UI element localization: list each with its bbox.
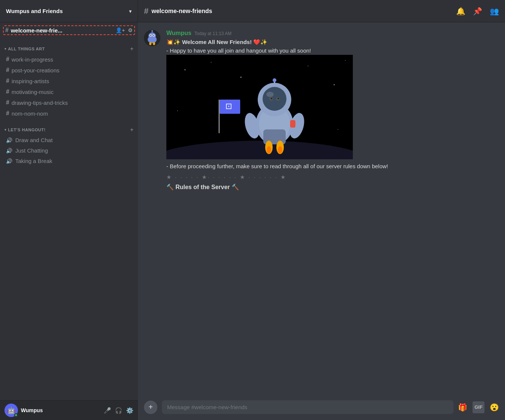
svg-point-5	[150, 35, 151, 36]
svg-point-8	[151, 30, 153, 32]
channel-item-motivating-music[interactable]: # motivating-music	[3, 87, 135, 97]
svg-point-41	[278, 146, 282, 154]
channel-hash-ia: #	[6, 78, 9, 84]
category-arrow-art: ▾	[4, 47, 7, 51]
channel-hash-wip: #	[6, 56, 9, 63]
voice-channel-taking-a-break[interactable]: 🔊 Taking a Break	[3, 156, 135, 166]
messages-area: Wumpus Today at 11:13 AM 💥✨ Welcome All …	[138, 22, 505, 396]
svg-point-15	[308, 66, 308, 66]
add-member-icon[interactable]: 👤+	[116, 27, 125, 33]
category-add-hangout[interactable]: +	[130, 126, 134, 133]
rules-of-server-line: 🔨 Rules of the Server 🔨	[166, 184, 499, 191]
category-label-hangout: ▾ LET'S HANGOUT!	[4, 128, 46, 132]
selected-channel-icons: 👤+ ⚙	[116, 27, 133, 33]
channel-hash-mm: #	[6, 88, 9, 95]
user-controls: 🎤 🎧 ⚙️	[104, 407, 134, 414]
voice-label-dac: Draw and Chat	[15, 137, 53, 143]
channel-item-nom-nom-nom[interactable]: # nom-nom-nom	[3, 108, 135, 119]
stars-decorative: ★ · · · · · ★· · · · · · ★ · · · · · · ★	[166, 174, 499, 181]
message-line1: 💥✨ Welcome All New Friends! ❤️✨	[166, 38, 499, 47]
message-time: Today at 11:13 AM	[194, 31, 231, 36]
voice-label-jc: Just Chatting	[15, 147, 48, 154]
channel-hash-dtt: #	[6, 99, 9, 106]
svg-point-14	[241, 77, 242, 78]
message-wumpus: Wumpus Today at 11:13 AM 💥✨ Welcome All …	[144, 30, 499, 191]
chevron-down-icon: ▾	[129, 8, 132, 14]
gif-button[interactable]: GIF	[473, 401, 484, 413]
server-name-dropdown[interactable]: Wumpus and Friends ▾	[0, 0, 138, 22]
sidebar: # welcome-new-frie... 👤+ ⚙ ▾ ALL THINGS …	[0, 22, 138, 420]
selected-channel-hash: #	[5, 27, 9, 34]
channel-hash-pyc: #	[6, 67, 9, 73]
status-dot	[14, 413, 18, 417]
svg-text:⊡: ⊡	[225, 101, 232, 111]
svg-point-39	[267, 146, 271, 154]
svg-point-34	[273, 78, 276, 82]
selected-channel-box[interactable]: # welcome-new-frie... 👤+ ⚙	[3, 25, 135, 35]
pin-icon[interactable]: 📌	[473, 7, 482, 16]
category-header-art[interactable]: ▾ ALL THINGS ART +	[3, 44, 135, 54]
message-meta: Wumpus Today at 11:13 AM	[166, 30, 499, 37]
svg-point-13	[211, 62, 211, 63]
channel-item-drawing-tips[interactable]: # drawing-tips-and-tricks	[3, 97, 135, 108]
category-label-art: ▾ ALL THINGS ART	[4, 47, 45, 51]
settings-gear-icon[interactable]: ⚙	[128, 27, 133, 33]
channel-item-work-in-progress[interactable]: # work-in-progress	[3, 54, 135, 65]
headphone-icon[interactable]: 🎧	[115, 407, 122, 414]
main-layout: # welcome-new-frie... 👤+ ⚙ ▾ ALL THINGS …	[0, 22, 505, 420]
plus-icon: +	[148, 403, 153, 411]
user-area: 🤖 Wumpus 🎤 🎧 ⚙️	[0, 400, 138, 420]
emoji-icon[interactable]: 😮	[490, 403, 499, 412]
svg-point-32	[277, 98, 279, 99]
message-input[interactable]: Message #welcome-new-friends	[162, 400, 454, 414]
chat-input-area: + Message #welcome-new-friends 🎁 GIF 😮	[138, 396, 505, 420]
wumpus-avatar-svg	[144, 30, 160, 46]
user-name: Wumpus	[21, 407, 101, 413]
channel-label-dtt: drawing-tips-and-tricks	[12, 100, 68, 106]
svg-rect-21	[219, 100, 220, 133]
svg-point-27	[263, 87, 286, 111]
voice-icon-jc: 🔊	[6, 148, 12, 154]
wumpus-message-avatar	[144, 30, 160, 46]
message-content: Wumpus Today at 11:13 AM 💥✨ Welcome All …	[166, 30, 499, 191]
voice-icon-tab: 🔊	[6, 158, 12, 164]
mute-icon[interactable]: 🎤	[104, 407, 111, 414]
astronaut-svg: ⊡	[166, 55, 353, 159]
channel-label-nnn: nom-nom-nom	[12, 110, 48, 117]
category-add-art[interactable]: +	[130, 46, 134, 52]
user-settings-icon[interactable]: ⚙️	[126, 407, 134, 414]
channel-header-area: # welcome-new-friends 🔔 📌 👥	[138, 0, 505, 22]
header-icons: 🔔 📌 👥	[456, 7, 499, 16]
message-line2: - Happy to have you all join and hangout…	[166, 47, 499, 55]
svg-point-31	[271, 98, 272, 99]
svg-point-2	[148, 32, 156, 39]
bell-icon[interactable]: 🔔	[456, 7, 465, 16]
svg-point-16	[334, 84, 335, 85]
message-add-button[interactable]: +	[144, 401, 157, 414]
channel-label-pyc: post-your-creations	[12, 67, 59, 73]
category-lets-hangout: ▾ LET'S HANGOUT! + 🔊 Draw and Chat 🔊 Jus…	[0, 125, 138, 166]
svg-point-18	[177, 110, 178, 111]
discord-mascot-image: ⊡	[166, 55, 353, 159]
channel-hash-nnn: #	[6, 110, 9, 117]
category-arrow-hangout: ▾	[4, 128, 7, 132]
svg-point-10	[153, 42, 155, 45]
category-header-hangout[interactable]: ▾ LET'S HANGOUT! +	[3, 125, 135, 135]
top-header: Wumpus and Friends ▾ # welcome-new-frien…	[0, 0, 505, 22]
channel-label-mm: motivating-music	[12, 89, 54, 95]
members-icon[interactable]: 👥	[490, 7, 499, 16]
svg-point-6	[153, 35, 154, 36]
channel-item-inspiring-artists[interactable]: # inspiring-artists	[3, 76, 135, 86]
chat-input-icons: 🎁 GIF 😮	[458, 401, 499, 413]
channel-item-post-your-creations[interactable]: # post-your-creations	[3, 65, 135, 75]
gift-icon[interactable]: 🎁	[458, 403, 467, 412]
svg-point-17	[345, 60, 346, 61]
voice-channel-draw-and-chat[interactable]: 🔊 Draw and Chat	[3, 135, 135, 145]
voice-icon-dac: 🔊	[6, 137, 12, 143]
channel-header-left: # welcome-new-friends	[144, 6, 212, 16]
svg-point-19	[338, 129, 338, 130]
voice-channel-just-chatting[interactable]: 🔊 Just Chatting	[3, 145, 135, 156]
channel-hash-icon: #	[144, 6, 148, 16]
message-author: Wumpus	[166, 30, 191, 37]
svg-rect-42	[290, 120, 295, 128]
